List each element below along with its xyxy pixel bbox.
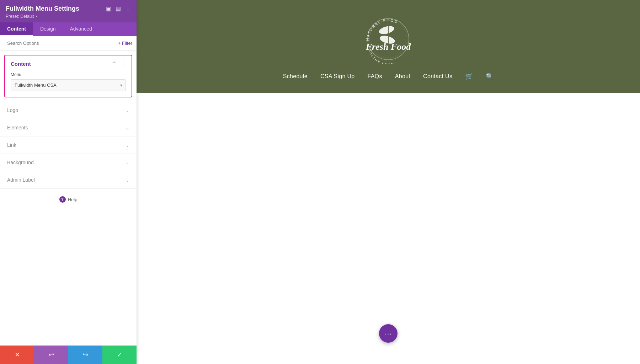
undo-button[interactable]: ↩: [34, 346, 68, 364]
menu-select-wrapper: Fullwidth Menu CSA Primary Menu Secondar…: [11, 79, 126, 91]
cancel-button[interactable]: ✕: [0, 346, 34, 364]
search-input[interactable]: [4, 36, 118, 50]
elements-section-header[interactable]: Elements ⌄: [0, 119, 137, 136]
nav-link-faqs[interactable]: FAQs: [368, 73, 382, 80]
elements-chevron-icon: ⌄: [126, 125, 129, 130]
content-section-body: Menu Fullwidth Menu CSA Primary Menu Sec…: [5, 72, 132, 97]
panel-bottom-bar: ✕ ↩ ↪ ✓: [0, 346, 137, 364]
search-bar: + Filter: [0, 36, 137, 50]
options-icon[interactable]: ⋮: [120, 60, 126, 67]
svg-point-1: [378, 25, 395, 36]
preview-area: NATURAL FOOD Fresh Food HEALTHY FOOD: [137, 0, 640, 364]
save-button[interactable]: ✓: [102, 346, 137, 364]
link-section-header[interactable]: Link ⌄: [0, 136, 137, 154]
left-panel: Fullwidth Menu Settings ▣ ▤ ⋮ Preset: De…: [0, 0, 137, 364]
brand-logo: NATURAL FOOD Fresh Food HEALTHY FOOD: [360, 14, 417, 64]
panel-title-icons: ▣ ▤ ⋮: [106, 5, 131, 12]
nav-link-contact-us[interactable]: Contact Us: [423, 73, 452, 80]
nav-link-about[interactable]: About: [395, 73, 410, 80]
help-icon: ?: [59, 196, 66, 203]
floating-dots-button[interactable]: ···: [379, 324, 398, 343]
menu-field-label: Menu: [11, 72, 126, 77]
panel-header: Fullwidth Menu Settings ▣ ▤ ⋮ Preset: De…: [0, 0, 137, 22]
nav-link-csa-sign-up[interactable]: CSA Sign Up: [320, 73, 355, 80]
preset-selector[interactable]: Preset: Default: [6, 14, 131, 19]
elements-section: Elements ⌄: [0, 119, 137, 136]
elements-section-title: Elements: [7, 125, 28, 130]
layout-icon[interactable]: ▤: [116, 5, 121, 12]
nav-banner: NATURAL FOOD Fresh Food HEALTHY FOOD: [137, 0, 640, 93]
background-section: Background ⌄: [0, 154, 137, 171]
help-label: Help: [68, 197, 78, 202]
content-section-title: Content: [11, 61, 31, 67]
redo-button[interactable]: ↪: [68, 346, 102, 364]
cart-icon[interactable]: 🛒: [465, 73, 473, 80]
logo-area: NATURAL FOOD Fresh Food HEALTHY FOOD: [360, 14, 417, 64]
panel-title: Fullwidth Menu Settings: [6, 5, 79, 12]
help-section: ? Help: [0, 189, 137, 210]
admin-label-chevron-icon: ⌄: [126, 177, 129, 183]
logo-section: Logo ⌄: [0, 102, 137, 119]
logo-chevron-icon: ⌄: [126, 108, 129, 113]
admin-label-section-title: Admin Label: [7, 177, 35, 183]
panel-body: Content ⌃ ⋮ Menu Fullwidth Menu CSA Prim…: [0, 50, 137, 346]
menu-select[interactable]: Fullwidth Menu CSA Primary Menu Secondar…: [11, 79, 126, 91]
collapse-icon[interactable]: ⌃: [112, 60, 117, 67]
tab-content[interactable]: Content: [0, 22, 33, 36]
nav-link-schedule[interactable]: Schedule: [283, 73, 308, 80]
content-section-header: Content ⌃ ⋮: [5, 55, 132, 72]
tab-advanced[interactable]: Advanced: [63, 22, 99, 36]
link-section: Link ⌄: [0, 136, 137, 154]
panel-tabs: Content Design Advanced: [0, 22, 137, 36]
background-section-header[interactable]: Background ⌄: [0, 154, 137, 171]
wireframe-icon[interactable]: ▣: [106, 5, 111, 12]
tab-design[interactable]: Design: [33, 22, 63, 36]
navigation-links: Schedule CSA Sign Up FAQs About Contact …: [283, 73, 494, 80]
content-section-actions: ⌃ ⋮: [112, 60, 126, 67]
help-button[interactable]: ? Help: [59, 196, 78, 203]
background-section-title: Background: [7, 160, 34, 165]
admin-label-section: Admin Label ⌄: [0, 171, 137, 189]
admin-label-section-header[interactable]: Admin Label ⌄: [0, 171, 137, 188]
search-icon[interactable]: 🔍: [486, 73, 494, 80]
more-icon[interactable]: ⋮: [125, 5, 131, 12]
logo-section-title: Logo: [7, 107, 18, 113]
preview-content: [137, 93, 640, 364]
background-chevron-icon: ⌄: [126, 160, 129, 165]
content-section: Content ⌃ ⋮ Menu Fullwidth Menu CSA Prim…: [4, 55, 132, 97]
svg-text:Fresh Food: Fresh Food: [366, 42, 411, 52]
logo-section-header[interactable]: Logo ⌄: [0, 102, 137, 119]
link-section-title: Link: [7, 142, 16, 148]
link-chevron-icon: ⌄: [126, 143, 129, 148]
filter-button[interactable]: + Filter: [118, 41, 132, 46]
